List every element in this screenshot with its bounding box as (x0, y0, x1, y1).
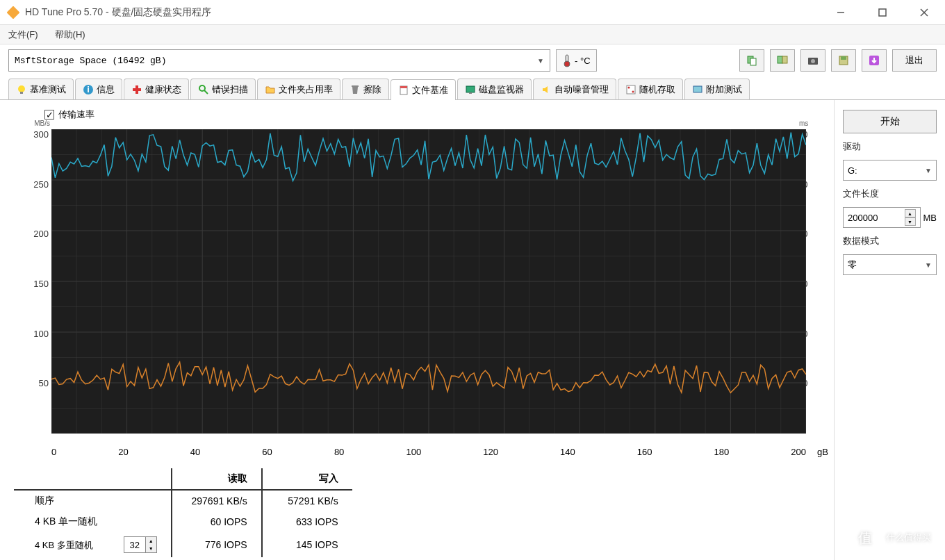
drive-value: G: (848, 165, 857, 176)
close-button[interactable] (910, 2, 938, 23)
tab-benchmark[interactable]: 基准测试 (8, 79, 74, 99)
tab-label: 信息 (97, 83, 115, 96)
svg-rect-27 (466, 86, 475, 92)
4k-single-read: 60 IOPS (172, 511, 262, 532)
tab-label: 文件基准 (412, 84, 448, 97)
tab-label: 随机存取 (639, 83, 675, 96)
monitor-icon (465, 84, 476, 95)
save-icon (837, 54, 850, 67)
seq-read: 297691 KB/s (172, 490, 262, 511)
tab-bar: 基准测试 i信息 健康状态 错误扫描 文件夹占用率 擦除 文件基准 磁盘监视器 … (0, 76, 945, 100)
minimize-button[interactable] (827, 2, 855, 23)
menubar: 文件(F) 帮助(H) (0, 25, 945, 44)
spinner-up-icon[interactable]: ▲ (905, 209, 916, 217)
svg-rect-0 (7, 6, 19, 19)
toolbar: MsftStorage Space (16492 gB) ▼ - °C 退出 (0, 44, 945, 76)
tab-erase[interactable]: 擦除 (342, 79, 389, 99)
seq-write: 57291 KB/s (262, 490, 352, 511)
random-icon (625, 84, 636, 95)
pattern-value: 零 (848, 258, 857, 271)
svg-rect-10 (782, 56, 787, 63)
queue-depth-input[interactable] (124, 537, 145, 552)
results-table: 读取 写入 顺序 297691 KB/s 57291 KB/s 4 KB 单一随… (14, 468, 820, 557)
tab-diskmonitor[interactable]: 磁盘监视器 (457, 79, 532, 99)
xtick: 180 (714, 447, 729, 457)
xtick: 80 (334, 447, 344, 457)
xtick: 20 (118, 447, 128, 457)
xtick: 200 (791, 447, 806, 457)
tab-label: 自动噪音管理 (554, 83, 609, 96)
copy-info-button[interactable] (739, 49, 764, 72)
tab-health[interactable]: 健康状态 (124, 79, 189, 99)
queue-depth-spinner[interactable]: ▲▼ (124, 536, 157, 553)
drive-select[interactable]: G: ▼ (843, 160, 937, 181)
app-icon (7, 6, 19, 19)
pattern-label: 数据模式 (843, 235, 937, 247)
tab-info[interactable]: i信息 (75, 79, 122, 99)
tab-folderusage[interactable]: 文件夹占用率 (257, 79, 340, 99)
spinner-up-icon[interactable]: ▲ (146, 537, 156, 545)
window-title: HD Tune Pro 5.70 - 硬盘/固态硬盘实用程序 (25, 6, 827, 19)
xtick: 120 (483, 447, 498, 457)
xtick: 60 (262, 447, 272, 457)
speaker-icon (541, 84, 552, 95)
svg-point-12 (811, 59, 815, 63)
svg-text:i: i (87, 84, 90, 94)
tab-label: 错误扫描 (212, 83, 248, 96)
spinner-down-icon[interactable]: ▼ (146, 545, 156, 552)
svg-rect-2 (879, 9, 886, 16)
file-icon (398, 85, 409, 96)
x-axis: 0 20 40 60 80 100 120 140 160 180 200 gB (51, 447, 806, 457)
menu-help[interactable]: 帮助(H) (55, 28, 85, 41)
row-label: 4 KB 多重随机 ▲▼ (14, 532, 172, 557)
plus-icon (131, 84, 142, 95)
device-dropdown[interactable]: MsftStorage Space (16492 gB) ▼ (8, 49, 550, 72)
magnifier-icon (198, 84, 209, 95)
svg-rect-32 (693, 86, 702, 92)
pattern-select[interactable]: 零 ▼ (843, 254, 937, 275)
xtick: 100 (406, 447, 421, 457)
transfer-rate-checkbox[interactable]: ✓ (44, 110, 54, 120)
bulb-icon (16, 84, 27, 95)
file-length-input[interactable] (848, 213, 889, 223)
tab-errorscan[interactable]: 错误扫描 (190, 79, 256, 99)
transfer-rate-label: 传输速率 (58, 108, 94, 121)
maximize-button[interactable] (869, 2, 896, 23)
ytick: 50 (26, 378, 49, 388)
tab-label: 文件夹占用率 (279, 83, 333, 96)
chart-canvas (51, 129, 806, 434)
screenshot-button[interactable] (800, 49, 825, 72)
copy2-icon (776, 54, 789, 67)
camera-icon (807, 54, 819, 67)
tab-extra[interactable]: 附加测试 (684, 79, 750, 99)
start-button[interactable]: 开始 (843, 110, 937, 133)
exit-button[interactable]: 退出 (892, 49, 937, 72)
svg-point-31 (632, 90, 634, 92)
y-axis-left: MB/s 300 250 200 150 100 50 (26, 129, 49, 428)
folder-icon (265, 84, 276, 95)
load-button[interactable] (862, 49, 887, 72)
spinner-down-icon[interactable]: ▼ (905, 217, 916, 226)
svg-point-6 (564, 61, 570, 67)
chevron-down-icon: ▼ (537, 57, 544, 65)
ytick: 300 (26, 129, 49, 140)
col-head-read: 读取 (172, 468, 262, 490)
xtick: 140 (560, 447, 575, 457)
svg-point-16 (18, 85, 25, 92)
svg-rect-21 (133, 88, 141, 91)
table-row: 4 KB 多重随机 ▲▼ 776 IOPS 145 IOPS (14, 532, 352, 557)
left-panel: ✓ 传输速率 MB/s 300 250 200 150 100 50 ms 60… (0, 100, 834, 560)
window-controls (827, 2, 938, 23)
copy-screenshot-button[interactable] (770, 49, 795, 72)
extra-icon (692, 84, 703, 95)
tab-label: 附加测试 (706, 83, 742, 96)
tab-aam[interactable]: 自动噪音管理 (533, 79, 616, 99)
tab-filebenchmark[interactable]: 文件基准 (391, 79, 456, 100)
tab-label: 基准测试 (30, 83, 66, 96)
menu-file[interactable]: 文件(F) (8, 28, 38, 41)
info-icon: i (83, 84, 94, 95)
svg-rect-9 (778, 56, 782, 63)
save-button[interactable] (831, 49, 856, 72)
svg-line-23 (204, 90, 208, 94)
tab-random[interactable]: 随机存取 (618, 79, 683, 99)
